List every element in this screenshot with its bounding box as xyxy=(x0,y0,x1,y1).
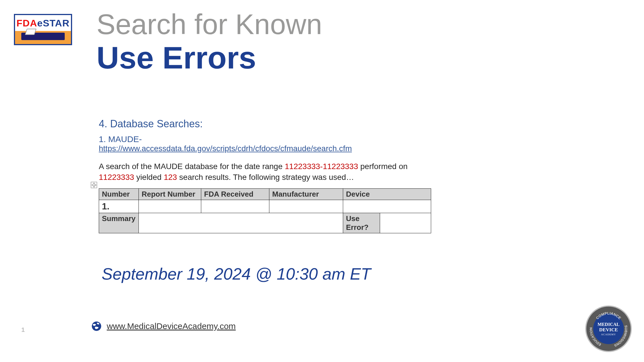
table-summary-row: Summary Use Error? xyxy=(99,213,431,233)
cell-report-number xyxy=(139,200,201,213)
fdaestar-logo-device-icon xyxy=(21,33,65,40)
svg-text:DEVICE: DEVICE xyxy=(599,327,618,332)
footer-website-link[interactable]: www.MedicalDeviceAcademy.com xyxy=(107,321,236,331)
fdaestar-logo-text: FDAeSTAR xyxy=(15,15,71,31)
content-body: 4. Database Searches: 1. MAUDE- https://… xyxy=(99,118,439,233)
desc-result-count: 123 xyxy=(164,173,177,182)
desc-mid2: yielded xyxy=(134,173,164,182)
page-number: 1 xyxy=(21,326,25,334)
title-line-2: Use Errors xyxy=(97,40,322,76)
cell-summary-value xyxy=(139,213,343,233)
desc-mid1: performed on xyxy=(358,162,408,171)
table-move-handle-icon[interactable] xyxy=(91,182,97,188)
section-heading: 4. Database Searches: xyxy=(99,118,439,130)
medical-device-academy-badge-icon: COMPLIANCE EDUCATION SUBMISSIONS MEDICAL… xyxy=(584,305,633,353)
col-report-number: Report Number xyxy=(139,188,201,200)
sub-heading: 1. MAUDE- xyxy=(99,134,439,144)
cell-device xyxy=(343,200,431,213)
cell-fda-received xyxy=(201,200,269,213)
desc-pre: A search of the MAUDE database for the d… xyxy=(99,162,285,171)
table-header-row: Number Report Number FDA Received Manufa… xyxy=(99,188,431,200)
svg-point-0 xyxy=(92,322,101,331)
col-manufacturer: Manufacturer xyxy=(269,188,343,200)
cell-use-error-label: Use Error? xyxy=(343,213,380,233)
desc-performed-on: 11223333 xyxy=(99,173,134,182)
desc-post: search results. The following strategy w… xyxy=(177,173,354,182)
slide-title: Search for Known Use Errors xyxy=(97,9,322,76)
col-fda-received: FDA Received xyxy=(201,188,269,200)
col-device: Device xyxy=(343,188,431,200)
cell-number: 1. xyxy=(99,200,139,213)
results-table: Number Report Number FDA Received Manufa… xyxy=(99,188,431,233)
desc-date-range: 11223333-11223333 xyxy=(285,162,358,171)
cell-manufacturer xyxy=(269,200,343,213)
cell-summary-label: Summary xyxy=(99,213,139,233)
globe-icon xyxy=(91,321,102,331)
maude-link[interactable]: https://www.accessdata.fda.gov/scripts/c… xyxy=(99,144,352,153)
col-number: Number xyxy=(99,188,139,200)
title-line-1: Search for Known xyxy=(97,9,322,40)
cell-use-error-value xyxy=(380,213,431,233)
table-row: 1. xyxy=(99,200,431,213)
search-description: A search of the MAUDE database for the d… xyxy=(99,161,419,183)
svg-text:MEDICAL: MEDICAL xyxy=(597,322,619,327)
event-datetime: September 19, 2024 @ 10:30 am ET xyxy=(102,264,371,283)
footer: www.MedicalDeviceAcademy.com xyxy=(91,321,236,331)
fdaestar-logo: FDAeSTAR xyxy=(14,14,72,45)
svg-text:ACADEMY: ACADEMY xyxy=(601,333,616,336)
